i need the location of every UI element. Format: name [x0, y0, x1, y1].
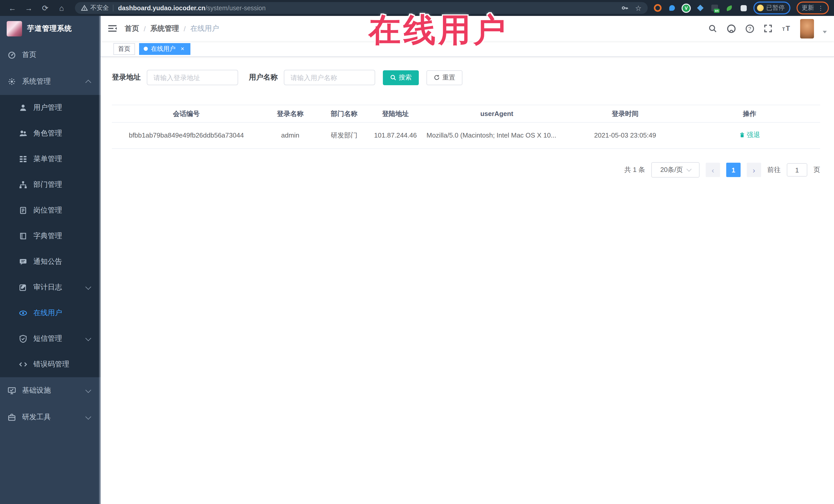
svg-text:T: T	[786, 25, 790, 32]
col-login-name: 登录名称	[261, 105, 320, 123]
sidebar-item-menu-mgmt[interactable]: 菜单管理	[0, 146, 101, 172]
breadcrumb-home[interactable]: 首页	[125, 24, 139, 33]
url-host[interactable]: dashboard.yudao.iocoder.cn	[118, 4, 205, 12]
home-icon[interactable]: ⌂	[54, 2, 69, 14]
page-unit-label: 页	[813, 165, 820, 175]
url-path[interactable]: /system/user-session	[205, 4, 266, 12]
address-bar[interactable]: 不安全 dashboard.yudao.iocoder.cn /system/u…	[75, 2, 648, 14]
svg-text:?: ?	[748, 26, 751, 31]
col-login-ip: 登陆地址	[369, 105, 422, 123]
breadcrumb-separator: /	[184, 24, 186, 32]
green-leaf-icon[interactable]	[725, 4, 733, 12]
force-logout-button[interactable]: 强退	[739, 130, 760, 140]
sidebar-item-dept-mgmt[interactable]: 部门管理	[0, 172, 101, 198]
annotation-title: 在线用户	[369, 8, 508, 52]
sidebar-item-post-mgmt[interactable]: 岗位管理	[0, 198, 101, 223]
orange-ring-icon[interactable]	[654, 4, 662, 12]
fullscreen-icon[interactable]	[763, 24, 773, 34]
warning-icon	[81, 5, 88, 11]
cell-login-time: 2021-05-03 23:05:49	[571, 123, 679, 149]
search-icon[interactable]	[708, 24, 718, 34]
github-icon[interactable]	[726, 24, 736, 34]
sidebar-item-notice[interactable]: 通知公告	[0, 249, 101, 275]
sidebar-item-error-code[interactable]: 错误码管理	[0, 352, 101, 377]
search-button[interactable]: 搜索	[383, 70, 419, 85]
cell-session-id: bfbb1ab79ba849e49fb26ddb56a73044	[112, 123, 261, 149]
reset-button[interactable]: 重置	[426, 70, 462, 85]
goto-page-input[interactable]	[787, 163, 807, 177]
prev-page-button[interactable]: ‹	[706, 163, 720, 177]
font-size-icon[interactable]: TT	[782, 24, 791, 34]
sidebar-item-infrastructure[interactable]: 基础设施	[0, 377, 101, 404]
help-icon[interactable]: ?	[745, 24, 754, 34]
sidebar-item-online-users[interactable]: 在线用户	[0, 300, 101, 326]
tag-home[interactable]: 首页	[113, 43, 135, 54]
bookmark-star-icon[interactable]: ☆	[635, 4, 641, 12]
gear-icon	[8, 78, 16, 86]
col-login-time: 登录时间	[571, 105, 679, 123]
page-1-button[interactable]: 1	[726, 163, 741, 177]
page-size-select[interactable]: 20条/页	[651, 162, 700, 178]
app-logo	[7, 21, 22, 37]
col-dept-name: 部门名称	[320, 105, 369, 123]
avatar-dropdown-caret-icon[interactable]	[823, 31, 827, 34]
sidebar-item-sms-mgmt[interactable]: 短信管理	[0, 326, 101, 352]
log-icon	[19, 283, 27, 291]
peoples-icon	[19, 129, 27, 137]
username-input[interactable]	[284, 70, 375, 85]
col-session-id: 会话编号	[112, 105, 261, 123]
post-icon	[19, 206, 27, 215]
sidebar-item-user-mgmt[interactable]: 用户管理	[0, 95, 101, 120]
next-page-button[interactable]: ›	[747, 163, 761, 177]
pagination-total: 共 1 条	[624, 165, 645, 175]
col-user-agent: userAgent	[422, 105, 571, 123]
cell-login-name: admin	[261, 123, 320, 149]
security-label[interactable]: 不安全	[90, 4, 109, 12]
green-v-icon[interactable]: V	[683, 4, 690, 12]
cell-login-ip: 101.87.244.46	[369, 123, 422, 149]
login-address-input[interactable]	[147, 70, 238, 85]
app-title: 芋道管理系统	[27, 24, 72, 34]
extensions-area: V en	[654, 4, 747, 12]
cell-actions: 强退	[679, 123, 820, 149]
col-actions: 操作	[679, 105, 820, 123]
online-users-table: 会话编号 登录名称 部门名称 登陆地址 userAgent 登录时间 操作 bf…	[112, 105, 820, 149]
blue-diamond-icon[interactable]	[697, 4, 704, 12]
key-icon[interactable]	[621, 4, 629, 12]
back-icon[interactable]: ←	[5, 2, 20, 14]
chevron-down-icon	[85, 335, 91, 341]
breadcrumb-system[interactable]: 系统管理	[150, 24, 179, 33]
puzzle-icon[interactable]	[740, 4, 747, 12]
code-icon	[19, 360, 27, 369]
paused-badge[interactable]: 已暂停	[753, 2, 790, 14]
hamburger-icon[interactable]	[101, 25, 125, 32]
tool-icon	[8, 413, 16, 421]
system-submenu: 用户管理 角色管理 菜单管理 部门管理 岗位管理 字典管理	[0, 95, 101, 377]
reload-icon[interactable]: ⟳	[38, 2, 52, 14]
forward-icon[interactable]: →	[22, 2, 36, 14]
avatar[interactable]	[800, 19, 814, 38]
tag-online-users[interactable]: 在线用户 ×	[139, 43, 191, 54]
sidebar-item-audit-log[interactable]: 审计日志	[0, 275, 101, 300]
chevron-up-icon	[85, 80, 91, 85]
username-label: 用户名称	[249, 73, 278, 82]
sidebar-item-home[interactable]: 首页	[0, 42, 101, 68]
sidebar-item-dev-tools[interactable]: 研发工具	[0, 404, 101, 431]
sidebar-item-system-mgmt[interactable]: 系统管理	[0, 68, 101, 95]
chevron-down-icon	[85, 284, 91, 290]
tree-table-icon	[19, 155, 27, 163]
blue-pin-icon[interactable]	[668, 4, 676, 12]
app-logo-row[interactable]: 芋道管理系统	[0, 16, 101, 42]
dashboard-icon	[8, 51, 16, 59]
menu-dots-icon[interactable]: ⋮	[817, 4, 824, 12]
main-content: 登录地址 用户名称 搜索 重置 会话	[101, 57, 834, 504]
screen: ← → ⟳ ⌂ 不安全 dashboard.yudao.iocoder.cn /…	[0, 0, 834, 504]
update-button[interactable]: 更新 ⋮	[796, 2, 829, 14]
cell-dept-name: 研发部门	[320, 123, 369, 149]
monitor-icon	[8, 387, 16, 395]
sidebar-item-role-mgmt[interactable]: 角色管理	[0, 120, 101, 146]
sidebar-item-dict-mgmt[interactable]: 字典管理	[0, 223, 101, 249]
breadcrumb-current: 在线用户	[191, 24, 219, 33]
translate-en-icon[interactable]: en	[711, 4, 719, 12]
close-icon[interactable]: ×	[179, 45, 186, 52]
